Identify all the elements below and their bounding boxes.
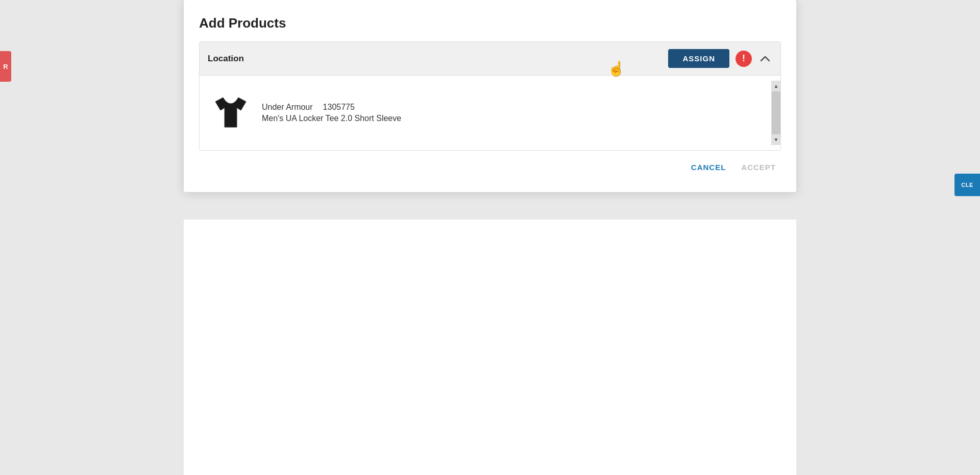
add-products-dialog: Add Products Location ASSIGN !: [184, 0, 796, 192]
product-brand: Under Armour: [262, 103, 313, 112]
location-label: Location: [208, 54, 244, 64]
product-name: Men's UA Locker Tee 2.0 Short Sleeve: [262, 114, 401, 123]
alert-icon[interactable]: !: [736, 51, 752, 67]
scroll-down-button[interactable]: ▼: [772, 134, 780, 145]
accept-button: ACCEPT: [741, 163, 776, 172]
assign-button[interactable]: ASSIGN: [668, 49, 729, 68]
left-edge-indicator: R: [0, 51, 11, 82]
collapse-icon[interactable]: [758, 52, 772, 66]
location-header-actions: ASSIGN !: [668, 49, 772, 68]
scroll-track[interactable]: [772, 92, 780, 134]
cancel-button[interactable]: CANCEL: [691, 163, 726, 172]
product-sku: 1305775: [323, 103, 355, 112]
product-item: Under Armour 1305775 Men's UA Locker Tee…: [208, 86, 763, 140]
page-content-below: [184, 220, 796, 475]
location-header: Location ASSIGN !: [200, 42, 780, 76]
product-brand-sku: Under Armour 1305775: [262, 103, 401, 112]
dialog-title: Add Products: [199, 15, 781, 31]
scroll-up-button[interactable]: ▲: [772, 81, 780, 92]
product-info: Under Armour 1305775 Men's UA Locker Tee…: [262, 103, 401, 123]
scrollbar: ▲ ▼: [771, 81, 780, 145]
right-edge-button[interactable]: CLE: [954, 174, 980, 196]
product-list-inner: Under Armour 1305775 Men's UA Locker Tee…: [200, 81, 771, 145]
product-image: [208, 90, 254, 136]
product-list-area: Under Armour 1305775 Men's UA Locker Tee…: [200, 76, 780, 150]
location-section: Location ASSIGN !: [199, 41, 781, 151]
dialog-footer: CANCEL ACCEPT: [199, 151, 781, 177]
